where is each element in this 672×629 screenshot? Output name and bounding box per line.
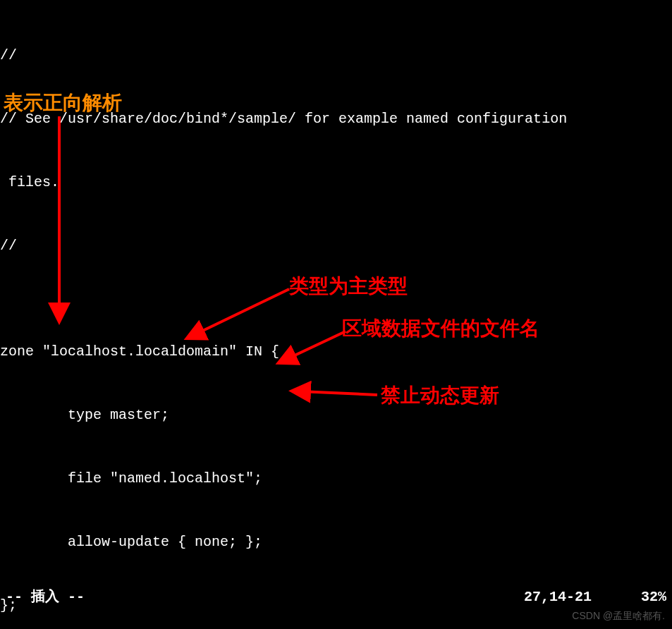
vim-mode-indicator: -- 插入 -- bbox=[6, 587, 85, 608]
svg-line-3 bbox=[194, 289, 289, 335]
code-line: // bbox=[0, 45, 672, 66]
svg-line-7 bbox=[300, 391, 377, 395]
svg-line-5 bbox=[286, 331, 346, 360]
code-line: allow-update { none; }; bbox=[0, 532, 672, 553]
annotation-zone-filename: 区域数据文件的文件名 bbox=[342, 314, 539, 343]
annotation-type-master: 类型为主类型 bbox=[289, 271, 408, 301]
arrow-icon bbox=[51, 116, 72, 335]
annotation-forward-resolve: 表示正向解析 bbox=[4, 88, 122, 118]
vim-cursor-position: 27,14-21 bbox=[524, 587, 592, 608]
watermark-text: CSDN @孟里啥都有. bbox=[572, 609, 665, 623]
annotation-forbid-update: 禁止动态更新 bbox=[381, 381, 499, 410]
arrow-icon bbox=[293, 384, 384, 413]
vim-scroll-percent: 32% bbox=[641, 587, 666, 608]
vim-status-bar: -- 插入 -- 27,14-21 32% bbox=[0, 587, 672, 608]
code-line: // bbox=[0, 236, 672, 257]
code-line: file "named.localhost"; bbox=[0, 468, 672, 489]
code-line: files. bbox=[0, 172, 672, 193]
